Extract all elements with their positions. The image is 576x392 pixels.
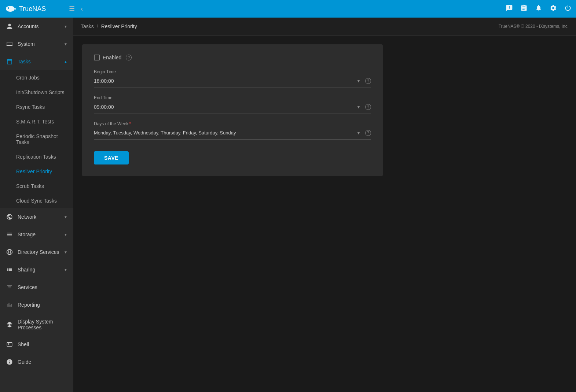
form-container: Enabled ? Begin Time ▼ ? En [73,36,576,392]
power-icon[interactable] [564,4,572,14]
sidebar-item-shell-label: Shell [18,341,29,347]
days-input[interactable] [94,129,355,137]
sidebar-item-storage[interactable]: Storage ▼ [0,226,73,243]
sidebar-sub-item-periodic-snapshot[interactable]: Periodic Snapshot Tasks [0,129,73,149]
sidebar-item-network-label: Network [18,214,36,220]
sidebar-sub-item-scrub-tasks[interactable]: Scrub Tasks [0,179,73,193]
end-time-help[interactable]: ? [365,104,371,110]
days-label: Days of the Week* [94,121,371,126]
sidebar-item-guide[interactable]: Guide [0,353,73,371]
menu-icon[interactable]: ☰ [69,5,75,13]
sidebar-sub-item-init-shutdown[interactable]: Init/Shutdown Scripts [0,85,73,100]
breadcrumb-tasks[interactable]: Tasks [81,23,94,29]
svg-point-0 [6,6,15,12]
sidebar-sub-item-rsync-tasks[interactable]: Rsync Tasks [0,100,73,114]
sidebar-item-tasks[interactable]: Tasks ▲ [0,53,73,70]
sidebar-item-services[interactable]: Services [0,278,73,296]
sidebar-item-storage-label: Storage [18,232,36,237]
sidebar-item-system[interactable]: System ▼ [0,35,73,53]
form-card: Enabled ? Begin Time ▼ ? En [82,44,383,176]
sharing-arrow: ▼ [64,268,67,272]
days-row: ▼ ? [94,129,371,140]
days-dropdown[interactable]: ▼ [355,130,362,136]
sidebar-item-guide-label: Guide [18,359,31,365]
sidebar-item-directory-services[interactable]: Directory Services ▼ [0,243,73,261]
content-area: Tasks / Resilver Priority TrueNAS® © 202… [73,18,576,392]
system-icon [6,40,13,48]
save-row: SAVE [94,147,371,164]
sidebar-item-system-label: System [18,41,35,47]
begin-time-input[interactable] [94,77,355,85]
sidebar-item-display-system-processes-label: Display System Processes [18,319,67,330]
system-arrow: ▼ [64,42,67,46]
tasks-arrow: ▲ [64,60,67,64]
copyright: TrueNAS® © 2020 - iXsystems, Inc. [499,24,569,29]
breadcrumb-separator: / [97,23,98,29]
end-time-field: End Time ▼ ? [94,95,371,114]
sidebar-item-accounts[interactable]: Accounts ▼ [0,18,73,35]
topbar: TrueNAS ☰ ‹ [0,0,576,18]
app-logo[interactable]: TrueNAS [4,3,63,15]
back-icon[interactable]: ‹ [81,5,83,13]
days-help[interactable]: ? [365,130,371,136]
tasks-icon[interactable] [520,4,528,14]
sidebar-item-network[interactable]: Network ▼ [0,208,73,226]
begin-time-row: ▼ ? [94,77,371,88]
guide-icon [6,358,13,366]
shell-icon [6,341,13,348]
breadcrumb-bar: Tasks / Resilver Priority TrueNAS® © 202… [73,18,576,36]
sidebar-sub-item-cron-jobs[interactable]: Cron Jobs [0,70,73,85]
sidebar: Accounts ▼ System ▼ Tasks ▲ Cron Jobs In… [0,18,73,392]
end-time-dropdown[interactable]: ▼ [355,104,362,110]
accounts-icon [6,23,13,30]
enabled-help-icon[interactable]: ? [126,55,132,60]
end-time-input[interactable] [94,103,355,111]
network-icon [6,213,13,221]
end-time-label: End Time [94,95,371,100]
sidebar-sub-item-replication-tasks[interactable]: Replication Tasks [0,149,73,164]
enabled-checkbox[interactable] [94,55,100,60]
svg-marker-1 [15,7,16,11]
sidebar-sub-item-cloud-sync-tasks[interactable]: Cloud Sync Tasks [0,193,73,208]
settings-icon[interactable] [550,4,557,14]
network-arrow: ▼ [64,215,67,219]
main-layout: Accounts ▼ System ▼ Tasks ▲ Cron Jobs In… [0,18,576,392]
enabled-row: Enabled ? [94,55,371,60]
save-button[interactable]: SAVE [94,151,129,164]
sidebar-item-directory-services-label: Directory Services [18,249,59,255]
sidebar-item-services-label: Services [18,284,37,290]
feedback-icon[interactable] [506,4,513,14]
sidebar-item-sharing[interactable]: Sharing ▼ [0,261,73,278]
begin-time-label: Begin Time [94,69,371,74]
sidebar-item-display-system-processes[interactable]: Display System Processes [0,314,73,336]
display-system-processes-icon [6,321,13,328]
enabled-label: Enabled [103,55,121,60]
sidebar-item-sharing-label: Sharing [18,267,35,273]
svg-point-2 [8,7,9,9]
app-name: TrueNAS [19,5,46,13]
sharing-icon [6,266,13,273]
tasks-sidebar-icon [6,58,13,65]
sidebar-item-reporting-label: Reporting [18,302,40,308]
accounts-arrow: ▼ [64,25,67,29]
services-icon [6,284,13,291]
storage-arrow: ▼ [64,233,67,237]
sidebar-item-accounts-label: Accounts [18,23,39,29]
directory-services-arrow: ▼ [64,250,67,254]
begin-time-field: Begin Time ▼ ? [94,69,371,88]
reporting-icon [6,301,13,308]
end-time-row: ▼ ? [94,103,371,114]
tasks-submenu: Cron Jobs Init/Shutdown Scripts Rsync Ta… [0,70,73,208]
storage-icon [6,231,13,238]
sidebar-item-reporting[interactable]: Reporting [0,296,73,314]
days-field: Days of the Week* ▼ ? [94,121,371,140]
sidebar-item-tasks-label: Tasks [18,59,31,64]
alerts-icon[interactable] [535,4,542,14]
begin-time-help[interactable]: ? [365,78,371,84]
sidebar-sub-item-resilver-priority[interactable]: Resilver Priority [0,164,73,179]
breadcrumb: Tasks / Resilver Priority [81,23,137,29]
sidebar-item-shell[interactable]: Shell [0,336,73,353]
directory-services-icon [6,248,13,256]
begin-time-dropdown[interactable]: ▼ [355,78,362,84]
sidebar-sub-item-smart-tests[interactable]: S.M.A.R.T. Tests [0,114,73,129]
